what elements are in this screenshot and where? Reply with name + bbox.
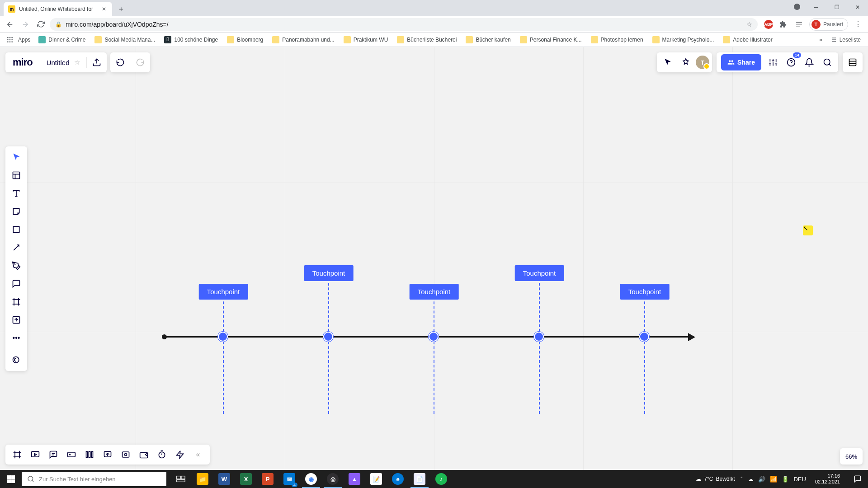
touchpoint-connector[interactable]	[434, 297, 434, 336]
language-indicator[interactable]: DEU	[793, 476, 806, 483]
touchpoint-node[interactable]	[639, 332, 649, 342]
extensions-icon[interactable]	[777, 18, 789, 31]
spotify-icon[interactable]: ♪	[430, 470, 452, 488]
touchpoint-connector[interactable]	[644, 297, 645, 336]
activity-panel-button[interactable]	[843, 52, 863, 72]
taskbar-search[interactable]: Zur Suche Text hier eingeben	[22, 472, 166, 486]
share-button[interactable]: Share	[721, 54, 761, 70]
app-icon[interactable]: ▲	[344, 470, 365, 488]
activity-icon[interactable]	[171, 446, 189, 464]
timeline-axis[interactable]	[162, 336, 688, 338]
new-tab-button[interactable]: ＋	[115, 3, 127, 15]
back-button[interactable]	[4, 18, 16, 31]
touchpoint-label[interactable]: Touchpoint	[304, 265, 354, 281]
bookmark-item[interactable]: Panoramabahn und...	[269, 34, 338, 45]
touchpoint-node[interactable]	[323, 332, 333, 342]
card-icon[interactable]	[62, 446, 80, 464]
voting-icon[interactable]	[135, 446, 153, 464]
bookmark-apps-label[interactable]: Apps	[18, 37, 30, 43]
undo-button[interactable]	[110, 52, 130, 72]
settings-icon[interactable]	[765, 54, 781, 70]
touchpoint-connector[interactable]	[539, 342, 540, 414]
miro-canvas[interactable]: Touchpoint Touchpoint Touchpoint Touchpo…	[0, 47, 868, 470]
touchpoint-connector[interactable]	[223, 297, 224, 336]
notes-icon[interactable]: 📝	[365, 470, 387, 488]
touchpoint-label[interactable]: Touchpoint	[515, 265, 564, 281]
apps-button[interactable]	[4, 33, 16, 46]
close-tab-icon[interactable]: ✕	[100, 5, 108, 13]
touchpoint-connector[interactable]	[223, 342, 224, 414]
onedrive-icon[interactable]: ☁	[748, 476, 754, 483]
touchpoint-label[interactable]: Touchpoint	[199, 284, 248, 300]
user-avatar[interactable]: T	[696, 56, 709, 69]
bookmark-item[interactable]: Bücherliste Bücherei	[393, 34, 460, 45]
reading-list-icon[interactable]	[793, 18, 806, 31]
word-icon[interactable]: W	[213, 470, 235, 488]
wifi-icon[interactable]: 📶	[770, 476, 777, 483]
browser-menu-icon[interactable]: ⋮	[852, 18, 864, 31]
timeline-start-dot[interactable]	[162, 334, 167, 339]
obs-icon[interactable]: ◎	[322, 470, 344, 488]
minimize-button[interactable]: ─	[806, 0, 826, 14]
templates-tool[interactable]	[5, 166, 27, 184]
profile-button[interactable]: T Pausiert	[809, 18, 848, 31]
board-name[interactable]: Untitled ☆	[40, 58, 86, 66]
attention-icon[interactable]	[117, 446, 135, 464]
bookmark-item[interactable]: Praktikum WU	[340, 34, 392, 45]
screen-share-icon[interactable]	[99, 446, 117, 464]
edge-icon[interactable]: e	[387, 470, 409, 488]
powerpoint-icon[interactable]: P	[257, 470, 278, 488]
touchpoint-connector[interactable]	[328, 342, 329, 414]
task-view-icon[interactable]	[170, 470, 192, 488]
zoom-indicator[interactable]: 66%	[840, 448, 863, 465]
battery-icon[interactable]: 🔋	[782, 476, 789, 483]
history-icon[interactable]	[80, 446, 99, 464]
bookmark-item[interactable]: Marketing Psycholo...	[649, 34, 718, 45]
reactions-icon[interactable]	[678, 54, 694, 70]
shape-tool[interactable]	[5, 221, 27, 239]
bell-icon[interactable]	[801, 54, 817, 70]
apps-tool[interactable]	[5, 351, 27, 369]
weather-widget[interactable]: ☁ 7°C Bewölkt	[696, 476, 735, 482]
presentation-icon[interactable]	[26, 446, 44, 464]
file-explorer-icon[interactable]: 📁	[192, 470, 213, 488]
touchpoint-connector[interactable]	[434, 342, 434, 414]
abp-extension-icon[interactable]: ABP	[764, 20, 773, 29]
search-icon[interactable]	[819, 54, 835, 70]
reload-button[interactable]	[34, 18, 47, 31]
excel-icon[interactable]: X	[235, 470, 257, 488]
bookmark-item[interactable]: Social Media Mana...	[91, 34, 159, 45]
miro-logo[interactable]: miro	[5, 56, 40, 68]
pen-tool[interactable]	[5, 257, 27, 275]
timeline-arrow-icon[interactable]	[688, 333, 695, 341]
mail-icon[interactable]: ✉4	[278, 470, 300, 488]
browser-tab[interactable]: m Untitled, Online Whiteboard for ✕	[4, 2, 112, 16]
bookmarks-overflow-icon[interactable]: »	[817, 35, 824, 45]
chevron-up-icon[interactable]: ˄	[740, 476, 743, 483]
bookmark-item[interactable]: Bücher kaufen	[462, 34, 514, 45]
bookmark-item[interactable]: Photoshop lernen	[587, 34, 647, 45]
help-icon[interactable]: 14	[783, 54, 799, 70]
recording-indicator-icon[interactable]	[794, 4, 800, 10]
bookmark-item[interactable]: Dinner & Crime	[35, 34, 89, 45]
frame-tool[interactable]	[5, 293, 27, 311]
touchpoint-label[interactable]: Touchpoint	[410, 284, 459, 300]
sticky-note-tool[interactable]	[5, 202, 27, 221]
touchpoint-connector[interactable]	[539, 278, 540, 336]
touchpoint-connector[interactable]	[644, 342, 645, 414]
reading-list-button[interactable]: Leseliste	[826, 34, 864, 45]
taskbar-clock[interactable]: 17:16 02.12.2021	[811, 473, 844, 485]
bookmark-item[interactable]: Bloomberg	[223, 34, 267, 45]
touchpoint-node[interactable]	[218, 332, 228, 342]
timer-icon[interactable]	[153, 446, 171, 464]
volume-icon[interactable]: 🔊	[758, 476, 765, 483]
bookmark-item[interactable]: Personal Finance K...	[516, 34, 585, 45]
comments-panel-icon[interactable]	[44, 446, 62, 464]
line-tool[interactable]	[5, 239, 27, 257]
touchpoint-label[interactable]: Touchpoint	[620, 284, 670, 300]
chrome-icon[interactable]: ◉	[300, 470, 322, 488]
touchpoint-node[interactable]	[534, 332, 544, 342]
touchpoint-connector[interactable]	[328, 278, 329, 336]
comment-tool[interactable]	[5, 275, 27, 293]
notification-center-icon[interactable]	[849, 470, 866, 488]
